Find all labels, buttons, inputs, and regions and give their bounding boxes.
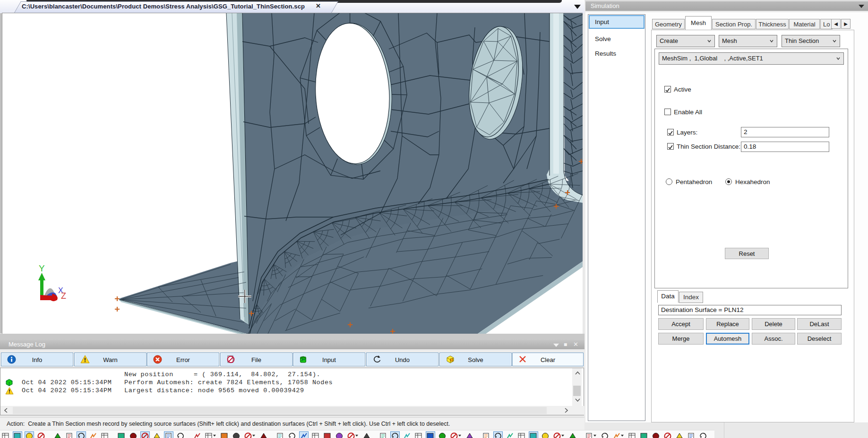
svg-text:Y: Y (39, 263, 45, 273)
svg-text:Z: Z (61, 291, 66, 301)
